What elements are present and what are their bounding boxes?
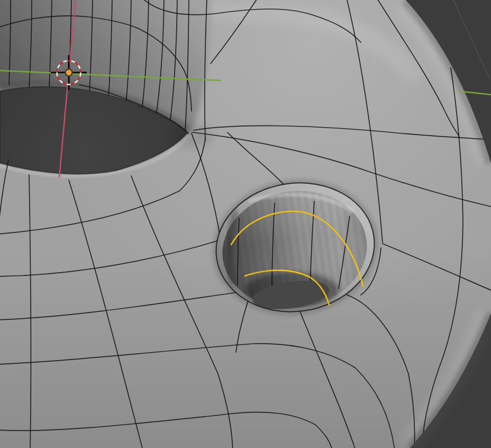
torus-mesh[interactable] — [0, 0, 491, 448]
viewport-3d[interactable] — [0, 0, 491, 448]
viewport-canvas[interactable] — [0, 0, 491, 448]
cursor-center-dot — [66, 69, 72, 76]
saddle-shadow — [170, 124, 213, 147]
